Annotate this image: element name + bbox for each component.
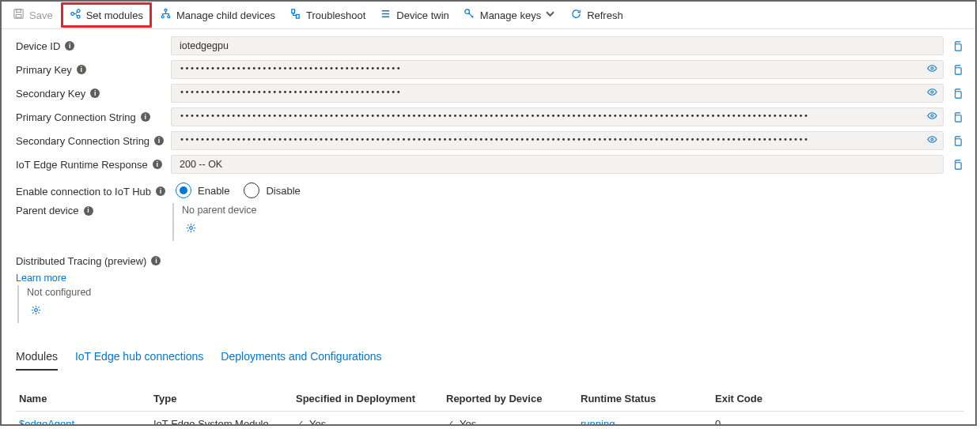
set-modules-button[interactable]: Set modules [63,5,149,25]
label-primary-conn: Primary Connection String i [16,110,171,125]
svg-point-19 [931,138,933,141]
svg-point-22 [189,226,192,229]
enable-radio[interactable]: Enable [176,183,229,198]
svg-point-4 [77,9,80,13]
svg-rect-12 [955,43,961,50]
svg-rect-14 [955,67,961,73]
svg-rect-16 [955,91,961,97]
module-exit: 0 [715,418,834,426]
col-specified: Specified in Deployment [296,393,446,405]
tab-deployments[interactable]: Deployments and Configurations [221,345,381,371]
primary-key-field: ••••••••••••••••••••••••••••••••••••••••… [171,60,944,79]
copy-secondary-key-button[interactable] [950,86,964,100]
info-icon[interactable]: i [90,88,100,98]
label-parent-device: Parent device i [16,203,171,218]
svg-point-13 [931,67,933,70]
svg-point-8 [168,16,170,18]
info-icon[interactable]: i [77,65,86,74]
tabs: Modules IoT Edge hub connections Deploym… [16,345,964,371]
runtime-response-field: 200 -- OK [171,155,944,174]
manage-child-devices-button[interactable]: Manage child devices [153,5,282,25]
info-icon[interactable]: i [151,256,161,265]
learn-more-link[interactable]: Learn more [16,273,964,284]
label-primary-key: Primary Key i [16,62,171,77]
toolbar: Save Set modules Manage child devices Tr… [2,2,975,29]
label-secondary-key: Secondary Key i [16,86,171,101]
svg-point-15 [931,91,933,93]
manage-keys-button[interactable]: Manage keys [457,5,562,25]
modules-header: Name Type Specified in Deployment Report… [16,386,964,412]
info-icon[interactable]: i [153,160,162,169]
save-button: Save [6,5,59,25]
save-icon [13,8,25,22]
svg-rect-20 [955,138,961,145]
secondary-key-field: ••••••••••••••••••••••••••••••••••••••••… [171,84,944,103]
copy-primary-conn-button[interactable] [950,110,964,124]
info-icon[interactable]: i [84,206,93,216]
device-twin-icon [380,8,392,22]
col-name: Name [19,393,153,405]
reveal-secondary-key-button[interactable] [926,86,938,100]
primary-conn-field: ••••••••••••••••••••••••••••••••••••••••… [171,107,944,126]
svg-rect-21 [955,162,961,168]
module-reported: ✓Yes [446,418,581,426]
label-enable-connection: Enable connection to IoT Hub i [16,184,171,199]
distributed-tracing-settings-button[interactable] [27,301,44,318]
table-row: $edgeAgent IoT Edge System Module ✓Yes ✓… [16,412,964,426]
label-secondary-conn: Secondary Connection String i [16,134,171,149]
svg-rect-9 [292,9,295,13]
svg-rect-2 [16,14,21,17]
reveal-primary-key-button[interactable] [926,62,938,77]
label-device-id: Device ID i [16,39,171,54]
svg-rect-10 [296,14,299,18]
label-distributed-tracing: Distributed Tracing (preview) i [16,254,171,269]
device-twin-button[interactable]: Device twin [373,5,455,25]
info-icon[interactable]: i [154,136,164,145]
copy-device-id-button[interactable] [950,39,964,53]
troubleshoot-icon [289,8,301,22]
svg-rect-0 [14,9,23,18]
module-specified: ✓Yes [296,418,446,426]
module-status-link[interactable]: running [581,418,615,426]
tab-modules[interactable]: Modules [16,345,58,371]
disable-radio[interactable]: Disable [244,183,300,198]
reveal-secondary-conn-button[interactable] [926,134,938,148]
hierarchy-icon [160,8,172,22]
info-icon[interactable]: i [156,186,165,196]
col-type: Type [153,393,296,405]
svg-point-3 [71,13,74,16]
check-icon: ✓ [296,418,305,426]
info-icon[interactable]: i [65,41,74,51]
distributed-tracing-status: Not configured [27,287,964,298]
check-icon: ✓ [446,418,455,426]
module-type: IoT Edge System Module [153,418,296,426]
reveal-primary-conn-button[interactable] [926,110,938,124]
chevron-down-icon [544,8,556,22]
svg-point-23 [34,308,37,311]
parent-device-value: No parent device [182,205,257,216]
svg-point-7 [161,16,164,18]
module-name-link[interactable]: $edgeAgent [19,418,153,426]
svg-rect-1 [17,9,21,13]
svg-point-17 [931,115,933,117]
troubleshoot-button[interactable]: Troubleshoot [283,5,372,25]
svg-point-6 [165,9,167,11]
copy-secondary-conn-button[interactable] [950,134,964,148]
secondary-conn-field: ••••••••••••••••••••••••••••••••••••••••… [171,131,944,150]
svg-rect-18 [955,115,961,121]
parent-device-settings-button[interactable] [182,219,199,236]
info-icon[interactable]: i [141,112,150,122]
device-id-field: iotedgegpu [171,36,944,55]
tab-hub-connections[interactable]: IoT Edge hub connections [75,345,203,371]
svg-point-5 [77,15,80,18]
copy-runtime-response-button[interactable] [950,157,964,171]
copy-primary-key-button[interactable] [950,62,964,77]
modules-icon [70,8,81,22]
col-reported: Reported by Device [446,393,581,405]
refresh-button[interactable]: Refresh [564,5,630,25]
key-icon [464,8,475,22]
col-exit: Exit Code [715,393,834,405]
col-status: Runtime Status [581,393,715,405]
label-runtime-response: IoT Edge Runtime Response i [16,157,171,172]
refresh-icon [570,8,582,22]
